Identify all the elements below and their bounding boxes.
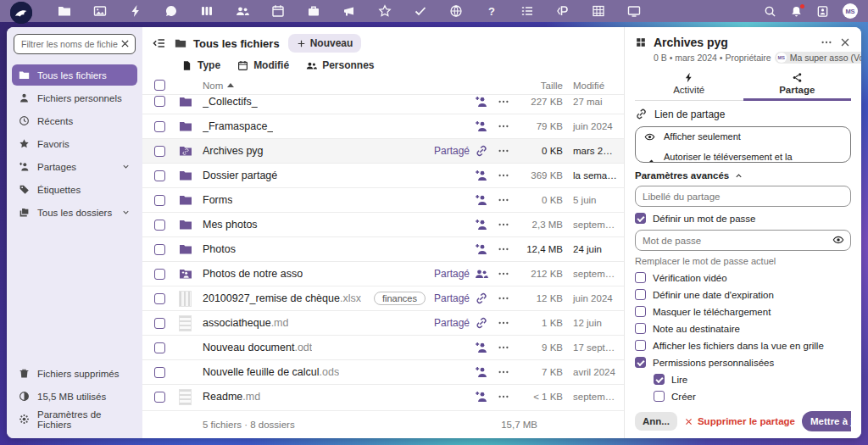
checkbox[interactable] — [635, 272, 646, 283]
table-row[interactable]: Nouveau document.odt 9 KB 17 septembre — [142, 335, 624, 359]
table-row[interactable]: Photos de notre asso Partagé 212 KB sept… — [142, 261, 624, 286]
filter-people-chip[interactable]: Personnes — [306, 59, 374, 71]
clear-filter-icon[interactable] — [120, 38, 131, 49]
row-actions-button[interactable] — [493, 366, 514, 378]
tables-app-icon[interactable] — [592, 4, 605, 18]
note-to-recipient-checkbox[interactable]: Note au destinataire — [635, 323, 851, 334]
user-plus-share-icon[interactable] — [475, 341, 488, 354]
row-checkbox[interactable] — [154, 121, 165, 132]
table-row[interactable]: 20100927_remise de chèque.xlsx finances … — [142, 286, 624, 310]
contacts-menu-icon[interactable] — [816, 5, 829, 18]
user-plus-share-icon[interactable] — [475, 242, 488, 256]
password-input[interactable] — [635, 230, 851, 251]
polls-app-icon[interactable] — [556, 4, 570, 18]
tab-activity[interactable]: Activité — [635, 69, 743, 100]
checkbox[interactable] — [654, 391, 665, 402]
notifications-button[interactable] — [790, 5, 803, 18]
table-row[interactable]: associatheque.md Partagé 1 KB 12 juin — [142, 310, 624, 335]
filter-type-chip[interactable]: Type — [181, 59, 220, 71]
user-plus-share-icon[interactable] — [475, 169, 488, 182]
toggle-sidebar-icon[interactable] — [153, 36, 166, 50]
row-checkbox[interactable] — [154, 342, 165, 353]
row-actions-button[interactable] — [493, 219, 514, 231]
row-checkbox[interactable] — [154, 96, 165, 107]
table-row[interactable]: Readme.md < 1 KB septembre 20… — [142, 384, 624, 409]
breadcrumb[interactable]: Tous les fichiers — [175, 37, 280, 50]
sidebar-item-favorites[interactable]: Favoris — [12, 133, 137, 154]
close-icon[interactable] — [839, 36, 851, 48]
files-app-icon[interactable] — [58, 4, 71, 18]
row-actions-button[interactable] — [493, 96, 514, 108]
row-checkbox[interactable] — [154, 195, 165, 206]
user-plus-share-icon[interactable] — [475, 390, 488, 403]
checkbox-checked[interactable] — [654, 374, 665, 385]
checkbox[interactable] — [635, 340, 646, 351]
table-row[interactable]: Forms 0 KB 5 juin — [142, 187, 624, 212]
row-actions-button[interactable] — [493, 342, 514, 353]
set-password-checkbox[interactable]: Définir un mot de passe — [635, 213, 851, 224]
checkbox-checked[interactable] — [635, 213, 646, 224]
row-checkbox[interactable] — [154, 293, 165, 304]
row-checkbox[interactable] — [154, 170, 165, 181]
table-row[interactable]: Photos 12,4 MB 24 juin — [142, 236, 624, 261]
tasks-app-icon[interactable] — [414, 4, 427, 18]
table-row[interactable]: Mes photos 2,3 MB septembre 20… — [142, 212, 624, 236]
table-row[interactable]: Nouvelle feuille de calcul.ods 7 KB avri… — [142, 359, 624, 384]
desktop-app-icon[interactable] — [627, 4, 641, 18]
search-icon[interactable] — [764, 5, 776, 18]
row-checkbox[interactable] — [154, 269, 165, 280]
tag-chip[interactable]: finances — [374, 292, 426, 305]
checkbox-checked[interactable] — [635, 357, 646, 368]
collectives-app-icon[interactable] — [378, 4, 392, 18]
deck-app-icon[interactable] — [200, 4, 214, 18]
owner-chip[interactable]: MS Ma super asso (Vous) — [775, 52, 861, 64]
share-label-input[interactable] — [635, 186, 851, 207]
sort-by-name[interactable]: Nom — [203, 81, 234, 91]
option-view-only[interactable]: Afficher seulement — [636, 127, 850, 147]
row-actions-button[interactable] — [493, 145, 514, 157]
group-share-icon[interactable] — [475, 267, 488, 281]
contacts-app-icon[interactable] — [236, 4, 249, 18]
sidebar-item-deleted-files[interactable]: Fichiers supprimés — [12, 363, 137, 384]
row-actions-button[interactable] — [493, 120, 514, 132]
row-checkbox[interactable] — [154, 220, 165, 231]
talk-app-icon[interactable] — [164, 4, 178, 18]
sidebar-item-shares[interactable]: Partages — [12, 156, 137, 177]
row-checkbox[interactable] — [154, 392, 165, 403]
table-row[interactable]: _Collectifs_ 227 KB 27 mai — [142, 95, 624, 114]
external-sites-app-icon[interactable] — [449, 4, 463, 18]
activity-app-icon[interactable] — [129, 4, 142, 18]
new-button[interactable]: Nouveau — [288, 34, 362, 53]
row-checkbox[interactable] — [154, 244, 165, 255]
select-all-checkbox[interactable] — [154, 80, 165, 91]
photos-app-icon[interactable] — [93, 4, 107, 18]
sidebar-item-recent[interactable]: Récents — [12, 110, 137, 131]
link-share-icon[interactable] — [475, 316, 488, 330]
option-allow-edit[interactable]: Autoriser le téléversement et la modific… — [636, 147, 850, 163]
user-plus-share-icon[interactable] — [475, 193, 488, 207]
chevron-down-icon[interactable] — [121, 208, 131, 217]
row-checkbox[interactable] — [154, 367, 165, 378]
show-password-icon[interactable] — [832, 234, 844, 246]
checkbox[interactable] — [635, 306, 646, 317]
column-modified[interactable]: Modifié — [563, 81, 617, 91]
calendar-app-icon[interactable] — [271, 4, 285, 18]
table-row[interactable]: Dossier partagé 369 KB la semaine de… — [142, 163, 624, 187]
row-actions-button[interactable] — [493, 391, 514, 403]
video-verification-checkbox[interactable]: Vérification vidéo — [635, 272, 851, 283]
sidebar-item-all-files[interactable]: Tous les fichiers — [12, 64, 137, 86]
row-actions-button[interactable] — [493, 194, 514, 206]
grid-view-checkbox[interactable]: Afficher les fichiers dans la vue en gri… — [635, 340, 851, 351]
table-row[interactable]: _Framaspace_ 79 KB juin 2024 — [142, 114, 624, 138]
table-row-selected[interactable]: Archives pyg Partagé 0 KB mars 2024 — [142, 138, 624, 163]
sidebar-item-all-folders[interactable]: Tous les dossiers — [12, 202, 137, 223]
user-plus-share-icon[interactable] — [475, 120, 488, 133]
link-share-icon[interactable] — [475, 144, 488, 158]
filter-input[interactable] — [14, 34, 136, 54]
expiration-date-checkbox[interactable]: Définir une date d'expiration — [635, 289, 851, 300]
cancel-button[interactable]: Ann... — [635, 412, 677, 431]
user-plus-share-icon[interactable] — [475, 95, 488, 108]
permission-create-checkbox[interactable]: Créer — [654, 391, 851, 402]
sidebar-item-tags[interactable]: Étiquettes — [12, 179, 137, 200]
checkbox[interactable] — [635, 323, 646, 334]
